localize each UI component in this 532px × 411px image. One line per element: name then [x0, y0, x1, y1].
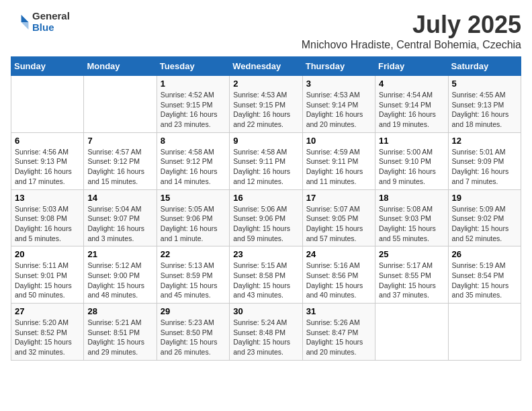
day-number: 27 — [15, 306, 80, 316]
calendar-cell: 21Sunrise: 5:12 AM Sunset: 9:00 PM Dayli… — [84, 246, 157, 304]
calendar-cell: 2Sunrise: 4:53 AM Sunset: 9:15 PM Daylig… — [230, 76, 302, 133]
calendar-cell: 26Sunrise: 5:19 AM Sunset: 8:54 PM Dayli… — [448, 246, 521, 304]
title-block: July 2025 Mnichovo Hradiste, Central Boh… — [302, 11, 521, 51]
day-info: Sunrise: 4:55 AM Sunset: 9:13 PM Dayligh… — [452, 90, 517, 130]
logo: General Blue — [11, 11, 70, 33]
day-info: Sunrise: 5:17 AM Sunset: 8:55 PM Dayligh… — [379, 261, 444, 300]
day-number: 16 — [233, 193, 298, 203]
calendar-header-row: SundayMondayTuesdayWednesdayThursdayFrid… — [11, 57, 521, 76]
day-number: 18 — [379, 193, 444, 203]
calendar-cell — [11, 76, 84, 133]
day-info: Sunrise: 5:19 AM Sunset: 8:54 PM Dayligh… — [452, 261, 517, 300]
calendar-cell: 31Sunrise: 5:26 AM Sunset: 8:47 PM Dayli… — [302, 304, 375, 361]
day-number: 31 — [306, 306, 371, 316]
day-number: 19 — [452, 193, 517, 203]
day-number: 4 — [379, 79, 444, 89]
main-title: July 2025 — [302, 11, 521, 39]
day-number: 14 — [87, 193, 152, 203]
day-info: Sunrise: 5:03 AM Sunset: 9:08 PM Dayligh… — [15, 204, 80, 244]
calendar-cell: 16Sunrise: 5:06 AM Sunset: 9:06 PM Dayli… — [230, 189, 302, 246]
calendar-week-row: 1Sunrise: 4:52 AM Sunset: 9:15 PM Daylig… — [11, 76, 521, 133]
day-number: 21 — [87, 249, 152, 259]
calendar-cell: 8Sunrise: 4:58 AM Sunset: 9:12 PM Daylig… — [157, 132, 229, 189]
day-number: 9 — [233, 136, 298, 146]
day-info: Sunrise: 5:24 AM Sunset: 8:48 PM Dayligh… — [233, 318, 298, 357]
calendar-week-row: 6Sunrise: 4:56 AM Sunset: 9:13 PM Daylig… — [11, 132, 521, 189]
day-info: Sunrise: 5:26 AM Sunset: 8:47 PM Dayligh… — [306, 318, 371, 357]
calendar-week-row: 20Sunrise: 5:11 AM Sunset: 9:01 PM Dayli… — [11, 246, 521, 304]
day-info: Sunrise: 5:21 AM Sunset: 8:51 PM Dayligh… — [87, 318, 152, 357]
day-info: Sunrise: 5:16 AM Sunset: 8:56 PM Dayligh… — [306, 261, 371, 300]
day-info: Sunrise: 5:11 AM Sunset: 9:01 PM Dayligh… — [15, 261, 80, 300]
day-info: Sunrise: 4:58 AM Sunset: 9:11 PM Dayligh… — [233, 147, 298, 187]
column-header-saturday: Saturday — [448, 57, 521, 76]
calendar-cell: 24Sunrise: 5:16 AM Sunset: 8:56 PM Dayli… — [302, 246, 375, 304]
day-number: 26 — [452, 249, 517, 259]
calendar-week-row: 27Sunrise: 5:20 AM Sunset: 8:52 PM Dayli… — [11, 304, 521, 361]
day-info: Sunrise: 5:20 AM Sunset: 8:52 PM Dayligh… — [15, 318, 80, 357]
day-info: Sunrise: 4:53 AM Sunset: 9:15 PM Dayligh… — [233, 90, 298, 130]
day-number: 22 — [161, 249, 226, 259]
svg-marker-0 — [21, 15, 29, 22]
calendar-cell: 30Sunrise: 5:24 AM Sunset: 8:48 PM Dayli… — [230, 304, 302, 361]
logo-text: General Blue — [32, 11, 70, 33]
calendar-cell: 3Sunrise: 4:53 AM Sunset: 9:14 PM Daylig… — [302, 76, 375, 133]
day-number: 8 — [161, 136, 226, 146]
calendar-cell: 23Sunrise: 5:15 AM Sunset: 8:58 PM Dayli… — [230, 246, 302, 304]
day-info: Sunrise: 4:58 AM Sunset: 9:12 PM Dayligh… — [161, 147, 226, 187]
day-info: Sunrise: 5:23 AM Sunset: 8:50 PM Dayligh… — [161, 318, 226, 357]
day-info: Sunrise: 5:01 AM Sunset: 9:09 PM Dayligh… — [452, 147, 517, 187]
day-number: 15 — [161, 193, 226, 203]
day-number: 6 — [15, 136, 80, 146]
calendar-cell: 9Sunrise: 4:58 AM Sunset: 9:11 PM Daylig… — [230, 132, 302, 189]
calendar-cell: 4Sunrise: 4:54 AM Sunset: 9:14 PM Daylig… — [375, 76, 448, 133]
calendar-cell: 6Sunrise: 4:56 AM Sunset: 9:13 PM Daylig… — [11, 132, 84, 189]
day-number: 5 — [452, 79, 517, 89]
column-header-sunday: Sunday — [11, 57, 84, 76]
logo-blue: Blue — [32, 22, 70, 34]
day-info: Sunrise: 5:07 AM Sunset: 9:05 PM Dayligh… — [306, 204, 371, 244]
day-info: Sunrise: 4:56 AM Sunset: 9:13 PM Dayligh… — [15, 147, 80, 187]
day-info: Sunrise: 5:15 AM Sunset: 8:58 PM Dayligh… — [233, 261, 298, 300]
day-info: Sunrise: 5:13 AM Sunset: 8:59 PM Dayligh… — [161, 261, 226, 300]
day-number: 1 — [161, 79, 226, 89]
day-number: 20 — [15, 249, 80, 259]
calendar-cell: 14Sunrise: 5:04 AM Sunset: 9:07 PM Dayli… — [84, 189, 157, 246]
day-info: Sunrise: 4:52 AM Sunset: 9:15 PM Dayligh… — [161, 90, 226, 130]
day-number: 28 — [87, 306, 152, 316]
column-header-thursday: Thursday — [302, 57, 375, 76]
calendar-cell: 11Sunrise: 5:00 AM Sunset: 9:10 PM Dayli… — [375, 132, 448, 189]
day-info: Sunrise: 5:04 AM Sunset: 9:07 PM Dayligh… — [87, 204, 152, 244]
day-info: Sunrise: 4:53 AM Sunset: 9:14 PM Dayligh… — [306, 90, 371, 130]
calendar-cell: 12Sunrise: 5:01 AM Sunset: 9:09 PM Dayli… — [448, 132, 521, 189]
day-number: 13 — [15, 193, 80, 203]
day-number: 3 — [306, 79, 371, 89]
day-number: 12 — [452, 136, 517, 146]
calendar-cell: 29Sunrise: 5:23 AM Sunset: 8:50 PM Dayli… — [157, 304, 229, 361]
calendar-cell: 5Sunrise: 4:55 AM Sunset: 9:13 PM Daylig… — [448, 76, 521, 133]
calendar-cell: 22Sunrise: 5:13 AM Sunset: 8:59 PM Dayli… — [157, 246, 229, 304]
calendar-cell — [448, 304, 521, 361]
day-number: 10 — [306, 136, 371, 146]
column-header-friday: Friday — [375, 57, 448, 76]
calendar-cell: 7Sunrise: 4:57 AM Sunset: 9:12 PM Daylig… — [84, 132, 157, 189]
day-info: Sunrise: 5:12 AM Sunset: 9:00 PM Dayligh… — [87, 261, 152, 300]
logo-general: General — [32, 11, 70, 22]
calendar-table: SundayMondayTuesdayWednesdayThursdayFrid… — [11, 56, 521, 361]
logo-icon — [11, 13, 30, 32]
day-info: Sunrise: 5:00 AM Sunset: 9:10 PM Dayligh… — [379, 147, 444, 187]
calendar-cell: 17Sunrise: 5:07 AM Sunset: 9:05 PM Dayli… — [302, 189, 375, 246]
page-header: General Blue July 2025 Mnichovo Hradiste… — [11, 11, 521, 51]
calendar-cell: 19Sunrise: 5:09 AM Sunset: 9:02 PM Dayli… — [448, 189, 521, 246]
calendar-cell: 13Sunrise: 5:03 AM Sunset: 9:08 PM Dayli… — [11, 189, 84, 246]
calendar-week-row: 13Sunrise: 5:03 AM Sunset: 9:08 PM Dayli… — [11, 189, 521, 246]
day-number: 11 — [379, 136, 444, 146]
subtitle: Mnichovo Hradiste, Central Bohemia, Czec… — [302, 39, 521, 51]
day-number: 24 — [306, 249, 371, 259]
day-number: 29 — [161, 306, 226, 316]
day-info: Sunrise: 5:08 AM Sunset: 9:03 PM Dayligh… — [379, 204, 444, 244]
svg-marker-1 — [21, 22, 29, 30]
column-header-wednesday: Wednesday — [230, 57, 302, 76]
calendar-cell: 20Sunrise: 5:11 AM Sunset: 9:01 PM Dayli… — [11, 246, 84, 304]
column-header-tuesday: Tuesday — [157, 57, 229, 76]
